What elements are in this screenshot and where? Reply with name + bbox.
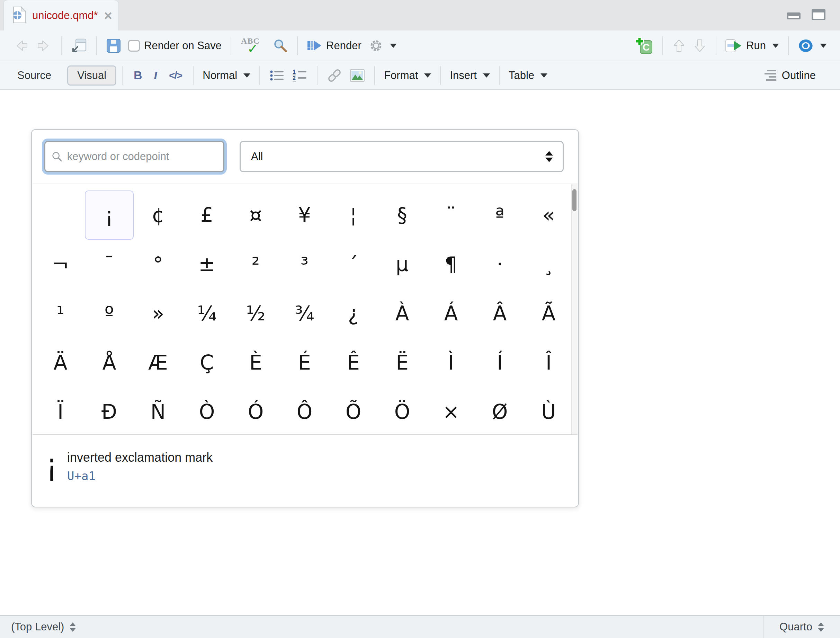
source-mode-button[interactable]: Source [10,66,58,85]
char-cell[interactable]: ¨ [426,191,475,240]
char-cell[interactable]: Ë [378,338,426,387]
search-icon [272,38,288,54]
back-button[interactable] [10,38,33,53]
numbered-list-button[interactable]: 1 2 [289,69,311,82]
char-cell[interactable]: Ã [524,289,573,338]
block-filter-select[interactable]: All [240,141,564,172]
char-cell[interactable]: Å [85,338,134,387]
char-cell[interactable]: É [280,338,329,387]
insert-menu[interactable]: Insert [446,69,493,82]
char-cell[interactable]: § [378,191,426,240]
char-cell[interactable]: ± [183,240,231,289]
character-grid-area: ¡¢£¤¥¦§¨ª«¬¯°±²³´µ¶·¸¹º»¼½¾¿ÀÁÂÃÄÅÆÇÈÉÊË… [33,183,578,435]
char-cell[interactable]: ¢ [134,191,183,240]
char-cell[interactable]: Ò [183,387,231,435]
render-options-button[interactable] [365,38,400,53]
char-cell[interactable]: ¶ [426,240,475,289]
char-cell[interactable]: · [475,240,524,289]
char-cell[interactable]: º [85,289,134,338]
char-cell[interactable]: ¸ [524,240,573,289]
visual-mode-button[interactable]: Visual [67,65,116,85]
render-on-save-toggle[interactable]: Render on Save [125,39,225,52]
next-chunk-button[interactable] [689,38,710,54]
source-rerun-button[interactable] [794,39,830,53]
char-cell[interactable]: ½ [231,289,280,338]
char-cell[interactable]: Ð [85,387,134,435]
char-cell[interactable]: ¬ [36,240,85,289]
insert-chunk-button[interactable]: C [631,36,657,55]
char-cell[interactable]: À [378,289,426,338]
char-cell[interactable]: ´ [329,240,378,289]
char-cell[interactable]: ¹ [36,289,85,338]
insert-link-button[interactable] [323,69,346,82]
bullet-list-button[interactable] [265,69,289,82]
char-cell[interactable]: ¾ [280,289,329,338]
char-cell[interactable]: ¥ [280,191,329,240]
forward-button[interactable] [33,38,55,53]
search-input[interactable] [67,150,217,163]
open-in-new-window-button[interactable] [67,38,91,54]
char-cell[interactable]: Â [475,289,524,338]
format-menu[interactable]: Format [381,69,434,82]
char-cell[interactable]: Ù [524,387,573,435]
paragraph-style-dropdown[interactable]: Normal [199,69,254,82]
char-cell[interactable]: £ [183,191,231,240]
scope-selector[interactable]: (Top Level) [0,621,76,633]
char-cell[interactable]: È [231,338,280,387]
scrollbar-thumb[interactable] [572,189,576,211]
char-cell[interactable]: » [134,289,183,338]
code-button[interactable]: </> [163,69,187,81]
char-cell[interactable]: Ç [183,338,231,387]
char-cell[interactable]: Á [426,289,475,338]
editor-canvas[interactable]: All ¡¢£¤¥¦§¨ª«¬¯°±²³´µ¶·¸¹º»¼½¾¿ÀÁÂÃÄÅÆÇ… [0,90,840,615]
run-button[interactable]: Run [722,39,783,53]
chevron-down-icon [540,73,548,77]
char-cell[interactable]: ¯ [85,240,134,289]
char-cell[interactable]: ¤ [231,191,280,240]
grid-scrollbar[interactable] [571,184,578,434]
char-cell[interactable]: ° [134,240,183,289]
char-cell[interactable]: Ä [36,338,85,387]
char-cell[interactable]: ² [231,240,280,289]
render-on-save-checkbox[interactable] [128,40,140,52]
char-cell[interactable]: Î [524,338,573,387]
file-type-stepper-icon [818,622,824,632]
char-cell[interactable]: × [426,387,475,435]
bold-button[interactable]: B [128,69,148,82]
char-cell[interactable]: Ñ [134,387,183,435]
spellcheck-button[interactable]: ABC ✓ [237,36,269,56]
char-cell[interactable]: Ô [280,387,329,435]
char-cell[interactable]: ¡ [85,191,134,240]
char-cell[interactable]: ³ [280,240,329,289]
italic-button[interactable]: I [148,69,163,82]
char-cell[interactable]: ¦ [329,191,378,240]
char-cell[interactable]: Õ [329,387,378,435]
char-cell[interactable]: Ê [329,338,378,387]
char-cell[interactable]: µ [378,240,426,289]
char-cell[interactable]: Æ [134,338,183,387]
char-cell[interactable]: Ï [36,387,85,435]
bullet-list-icon [269,69,285,82]
render-button[interactable]: Render [303,39,365,52]
codepoint-search-field[interactable] [44,141,224,172]
char-cell[interactable]: ¼ [183,289,231,338]
outline-toggle-button[interactable]: Outline [763,69,816,82]
char-cell[interactable]: ¿ [329,289,378,338]
char-cell[interactable]: ª [475,191,524,240]
table-menu[interactable]: Table [505,69,551,82]
insert-image-button[interactable] [346,68,369,83]
tab-close-icon[interactable]: × [104,9,112,22]
file-type-selector[interactable]: Quarto [763,616,840,638]
char-cell[interactable]: Ø [475,387,524,435]
save-button[interactable] [103,38,125,53]
find-replace-button[interactable] [269,38,292,54]
tab-unicode-qmd[interactable]: unicode.qmd* × [3,0,118,30]
minimize-pane-icon[interactable] [786,10,801,22]
char-cell[interactable]: « [524,191,573,240]
previous-chunk-button[interactable] [669,38,689,54]
char-cell[interactable]: Ì [426,338,475,387]
maximize-pane-icon[interactable] [811,8,826,22]
char-cell[interactable]: Í [475,338,524,387]
char-cell[interactable]: Ó [231,387,280,435]
char-cell[interactable]: Ö [378,387,426,435]
